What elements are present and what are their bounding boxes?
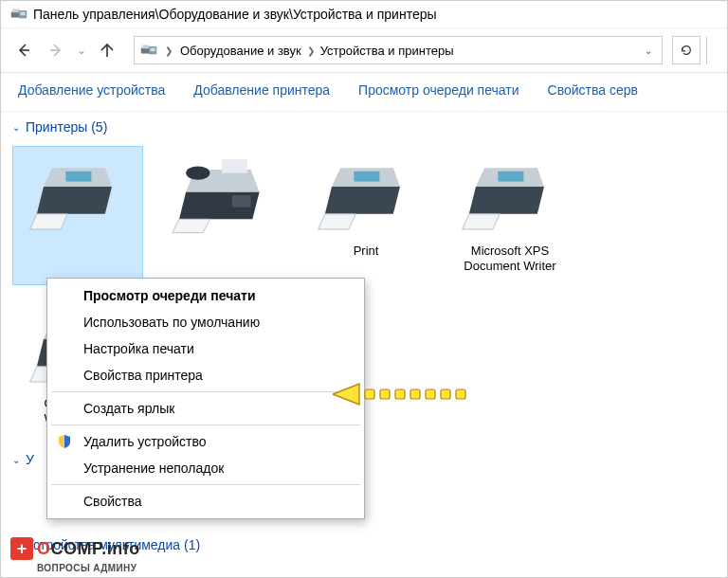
refresh-icon (680, 44, 693, 57)
svg-rect-1 (12, 9, 20, 13)
title-bar: Панель управления\Оборудование и звук\Ус… (1, 1, 727, 28)
printer-icon (26, 153, 130, 238)
breadcrumb-seg-2[interactable]: Устройства и принтеры (320, 44, 454, 58)
svg-point-18 (186, 166, 209, 179)
svg-rect-8 (142, 45, 150, 49)
svg-marker-20 (173, 219, 210, 232)
device-label: Print (354, 244, 379, 259)
svg-rect-10 (151, 48, 155, 52)
refresh-button[interactable] (672, 36, 701, 64)
context-menu: Просмотр очереди печати Использовать по … (46, 278, 365, 519)
svg-rect-39 (426, 389, 435, 399)
ctx-view-queue[interactable]: Просмотр очереди печати (47, 282, 364, 309)
section-title-partial: У (26, 452, 34, 467)
svg-rect-40 (441, 389, 450, 399)
svg-rect-41 (456, 389, 465, 399)
view-queue-link[interactable]: Просмотр очереди печати (358, 82, 519, 98)
chevron-right-icon[interactable]: ❯ (307, 45, 315, 56)
ctx-set-default[interactable]: Использовать по умолчанию (47, 309, 364, 335)
fax-icon (170, 153, 274, 238)
watermark-letter: O (37, 539, 51, 558)
ctx-print-settings[interactable]: Настройка печати (47, 335, 364, 362)
ctx-remove-device-label: Удалить устройство (83, 434, 206, 449)
ctx-printer-properties[interactable]: Свойства принтера (47, 362, 364, 388)
svg-marker-25 (469, 187, 544, 214)
svg-rect-36 (380, 389, 390, 399)
up-button[interactable] (94, 37, 120, 63)
ctx-properties[interactable]: Свойства (47, 488, 364, 515)
separator (51, 424, 360, 425)
arrow-right-icon (48, 43, 64, 58)
ctx-create-shortcut[interactable]: Создать ярлык (47, 395, 364, 422)
device-item[interactable] (156, 146, 287, 285)
svg-marker-14 (30, 214, 68, 229)
server-properties-link[interactable]: Свойства серв (548, 82, 638, 98)
chevron-down-icon: ⌄ (12, 455, 20, 465)
arrow-up-icon (100, 43, 115, 58)
watermark: + OCOMP.info (10, 537, 140, 560)
svg-marker-34 (333, 384, 359, 405)
section-header-printers[interactable]: ⌄ Принтеры (5) (12, 116, 716, 138)
chevron-right-icon: ❯ (165, 45, 173, 56)
device-item[interactable]: Print (300, 146, 431, 285)
device-label: Microsoft XPS Document Writer (464, 244, 555, 275)
svg-marker-11 (37, 187, 112, 214)
arrow-left-icon (16, 43, 31, 58)
svg-rect-35 (365, 389, 374, 399)
watermark-subtitle: ВОПРОСЫ АДМИНУ (37, 564, 136, 573)
separator (51, 391, 360, 392)
separator (51, 484, 360, 485)
svg-marker-21 (325, 187, 400, 214)
chevron-down-icon[interactable]: ⌄ (641, 45, 656, 56)
devices-printers-icon (10, 8, 27, 21)
printer-icon (314, 153, 418, 238)
ctx-troubleshoot[interactable]: Устранение неполадок (47, 455, 364, 481)
add-device-link[interactable]: Добавление устройства (18, 82, 165, 98)
svg-rect-37 (395, 389, 405, 399)
svg-marker-28 (463, 214, 500, 229)
add-printer-link[interactable]: Добавление принтера (193, 82, 330, 98)
svg-rect-23 (354, 172, 379, 182)
address-bar[interactable]: ❯ Оборудование и звук ❯ Устройства и при… (134, 36, 663, 64)
history-chevron-icon[interactable]: ⌄ (75, 44, 88, 57)
plus-icon: + (10, 537, 33, 560)
watermark-suffix: .info (101, 539, 140, 558)
svg-rect-27 (498, 172, 523, 182)
section-title: Принтеры (5) (26, 119, 107, 135)
device-item[interactable]: Microsoft XPS Document Writer (445, 146, 575, 285)
svg-marker-24 (318, 214, 356, 229)
back-button[interactable] (10, 37, 37, 63)
ctx-remove-device[interactable]: Удалить устройство (47, 428, 364, 455)
printer-icon (458, 153, 562, 238)
devices-printers-icon (140, 44, 157, 57)
search-box-edge (706, 36, 718, 64)
annotation-arrow-icon (333, 382, 475, 409)
watermark-text: COMP (51, 539, 102, 558)
forward-button[interactable] (43, 37, 69, 63)
command-bar: Добавление устройства Добавление принтер… (1, 73, 727, 112)
nav-bar: ⌄ ❯ Оборудование и звук ❯ Устройства и п… (1, 28, 727, 73)
shield-icon (57, 434, 72, 449)
breadcrumb-seg-1[interactable]: Оборудование и звук (180, 44, 301, 58)
window-title: Панель управления\Оборудование и звук\Ус… (33, 7, 437, 22)
device-item[interactable] (12, 146, 143, 285)
chevron-down-icon: ⌄ (12, 122, 20, 133)
svg-rect-38 (410, 389, 420, 399)
svg-rect-19 (232, 195, 251, 208)
svg-rect-17 (222, 159, 247, 172)
svg-rect-13 (65, 172, 91, 182)
svg-rect-3 (21, 12, 26, 16)
